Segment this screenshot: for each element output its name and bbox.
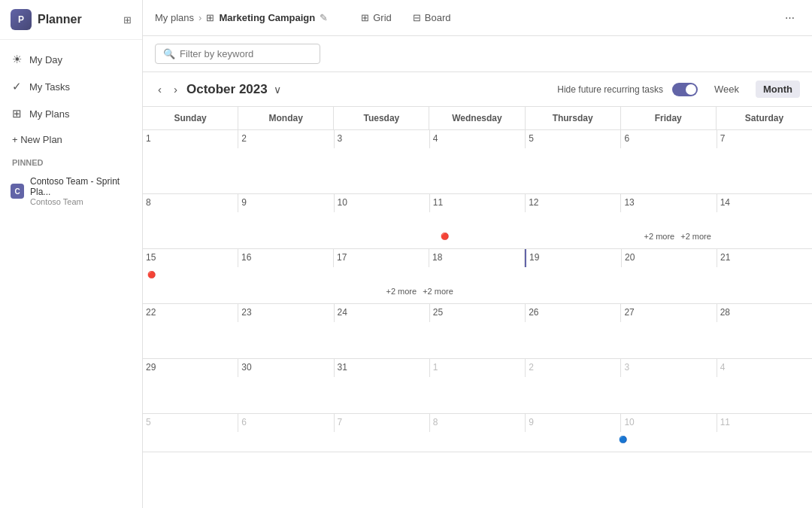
week1-cell-mon: 2 — [238, 130, 334, 148]
week3-cell-tue: 17 — [334, 249, 429, 267]
date-8: 8 — [146, 197, 235, 208]
calendar-right-controls: Hide future recurring tasks Week Month — [557, 81, 800, 98]
week2-cell-sun: 8 — [143, 194, 238, 212]
task-review-business-week2[interactable]: 🔴 ☰ Review business... — [436, 229, 641, 244]
new-plan-button[interactable]: + New Plan — [0, 127, 142, 152]
sidebar-item-my-tasks[interactable]: ✓ My Tasks — [0, 73, 142, 100]
grid-icon: ⊞ — [12, 107, 22, 120]
week6-cell-thu: 9 — [526, 414, 621, 432]
task-get-sign-off[interactable]: ● Get sign off on local marketing strate… — [237, 212, 812, 227]
spacer — [143, 229, 241, 244]
search-input[interactable] — [180, 48, 312, 59]
week-row-6: 5 6 7 8 9 10 11 🔵 Gather ideas — [143, 414, 812, 452]
month-dropdown-button[interactable]: ∨ — [274, 84, 281, 96]
sun-icon: ☀ — [12, 53, 22, 66]
filter-input-container[interactable]: 🔍 — [155, 44, 320, 64]
date-10: 10 — [338, 197, 426, 208]
hide-recurring-toggle[interactable] — [672, 83, 698, 96]
week1-dates: 1 2 3 4 5 6 7 — [143, 130, 812, 148]
task-teal-icon: 🔵 — [619, 436, 627, 443]
task-label: Business strategy landscape review — [430, 397, 562, 406]
date-nov6: 6 — [241, 417, 330, 427]
task-label: Get sign off on local marketing strategy — [250, 215, 393, 224]
week-row-4: 22 23 24 25 26 27 28 Review global marke… — [143, 304, 812, 359]
task-label: Review business model — [169, 270, 256, 279]
more-tasks-week2-fri[interactable]: +2 more — [677, 229, 714, 244]
date-27: 27 — [624, 307, 713, 318]
more-tasks-week3-wed[interactable]: +2 more — [420, 284, 456, 299]
week5-cell-sat: 4 — [717, 359, 812, 377]
date-5: 5 — [529, 133, 617, 144]
week5-cell-wed: 1 — [430, 359, 526, 377]
breadcrumb-separator: › — [198, 12, 201, 23]
date-18: 18 — [432, 252, 521, 263]
plan-name: Contoso Team - Sprint Pla... — [30, 176, 132, 197]
main-content: My plans › ⊞ Marketing Campaign ✎ ⊞ Grid… — [143, 0, 812, 508]
task-label: Review global marketing strategy — [147, 325, 269, 334]
week3-tasks: 🔴 ☰ Review business model Review global … — [143, 267, 812, 303]
week6-cell-fri: 10 — [621, 414, 717, 432]
date-4: 4 — [433, 133, 522, 144]
more-options-button[interactable]: ⋯ — [779, 8, 800, 29]
more-tasks-week2-wed[interactable]: +2 more — [641, 229, 678, 244]
task-checklist-icon: ☰ — [452, 232, 459, 242]
tab-board[interactable]: ⊟ Board — [404, 8, 460, 28]
header-thursday: Thursday — [526, 107, 621, 129]
edit-plan-icon[interactable]: ✎ — [320, 12, 328, 23]
more-tasks-week3-tue[interactable]: +2 more — [383, 284, 420, 299]
date-nov10: 10 — [624, 417, 713, 427]
task-create-process-week4[interactable]: Create process for qualifying ideas — [617, 322, 812, 337]
task-review-global-week4[interactable]: Review global marketing strategy — [143, 322, 617, 337]
month-view-button[interactable]: Month — [756, 81, 800, 98]
sidebar-plan-item[interactable]: C Contoso Team - Sprint Pla... Contoso T… — [0, 170, 142, 212]
week2-cell-thu: 12 — [526, 194, 621, 212]
date-nov8: 8 — [433, 417, 522, 427]
grid-tab-icon: ⊞ — [361, 12, 369, 23]
week4-cell-sat: 28 — [717, 304, 812, 322]
week-view-button[interactable]: Week — [707, 81, 747, 98]
week4-dates: 22 23 24 25 26 27 28 — [143, 304, 812, 322]
week4-cell-thu: 26 — [526, 304, 621, 322]
plan-team: Contoso Team — [30, 197, 132, 206]
sidebar-item-my-plans[interactable]: ⊞ My Plans — [0, 100, 142, 127]
task-create-process-week5[interactable]: Create process for qualifying ideas — [143, 377, 529, 392]
week6-dates: 5 6 7 8 9 10 11 — [143, 414, 812, 432]
prev-month-button[interactable]: ‹ — [155, 80, 165, 99]
date-29: 29 — [146, 362, 235, 373]
breadcrumb-plan-icon: ⊞ — [206, 12, 214, 23]
week2-cell-mon: 9 — [238, 194, 334, 212]
header-friday: Friday — [621, 107, 717, 129]
breadcrumb: My plans › ⊞ Marketing Campaign ✎ — [155, 12, 328, 23]
week4-cell-sun: 22 — [143, 304, 238, 322]
week3-cell-sat: 21 — [717, 249, 812, 267]
sidebar-nav: ☀ My Day ✓ My Tasks ⊞ My Plans + New Pla… — [0, 40, 142, 218]
task-review-marketing-plan[interactable]: Review marketing plan for campaign budge… — [237, 339, 717, 354]
tab-grid[interactable]: ⊞ Grid — [352, 8, 401, 28]
week2-cell-fri: 13 — [621, 194, 717, 212]
task-red-icon: 🔴 — [441, 233, 449, 240]
expand-sidebar-icon[interactable]: ⊞ — [123, 14, 132, 26]
task-review-business-model[interactable]: 🔴 ☰ Review business model — [143, 267, 524, 282]
date-23: 23 — [241, 307, 330, 318]
week4-cell-fri: 27 — [621, 304, 717, 322]
task-review-competitor[interactable]: ● Review competitor... — [143, 284, 383, 299]
task-business-strategy[interactable]: Business strategy landscape review — [426, 394, 812, 409]
next-month-button[interactable]: › — [171, 80, 180, 99]
week4-cell-wed: 25 — [430, 304, 526, 322]
app-logo: P — [11, 9, 32, 30]
sidebar-item-my-plans-label: My Plans — [29, 108, 69, 120]
task-label: Review global marketing strategy — [622, 270, 744, 279]
calendar-grid: Sunday Monday Tuesday Wednesday Thursday… — [143, 107, 812, 508]
breadcrumb-plan-name: Marketing Campaign — [219, 12, 315, 23]
date-13: 13 — [624, 197, 713, 208]
task-review-local[interactable]: Review local marketing strategy — [456, 284, 812, 299]
week3-cell-sun: 15 — [143, 249, 238, 267]
task-gather-ideas[interactable]: 🔵 Gather ideas — [614, 432, 812, 447]
week2-tasks: ● Get sign off on local marketing strate… — [143, 212, 812, 248]
sidebar-item-my-day[interactable]: ☀ My Day — [0, 46, 142, 73]
sidebar-header: P Planner ⊞ — [0, 0, 142, 40]
breadcrumb-my-plans[interactable]: My plans — [155, 12, 194, 23]
topbar-tabs: ⊞ Grid ⊟ Board — [352, 8, 459, 28]
task-red-icon: 🔴 — [147, 271, 156, 278]
task-review-global-week3[interactable]: Review global marketing strategy — [617, 267, 812, 282]
